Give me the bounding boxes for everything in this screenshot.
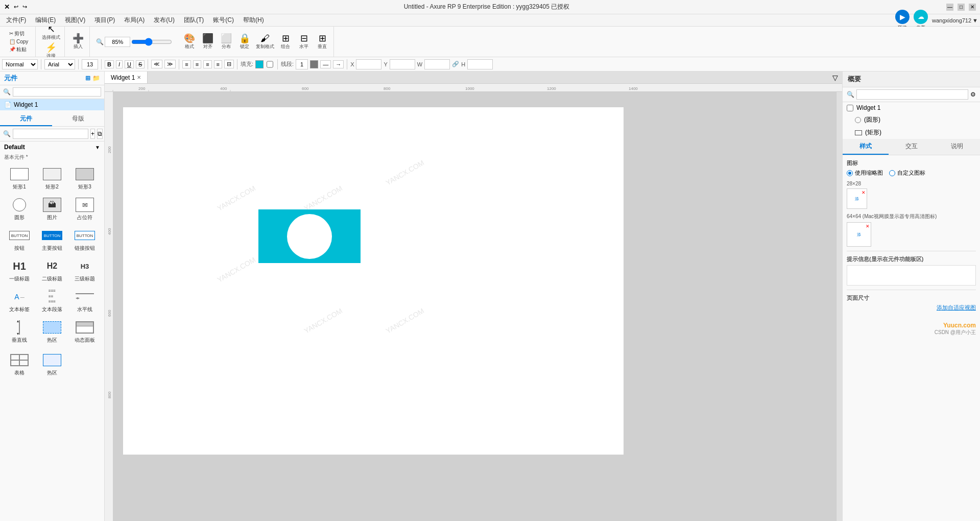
zoom-input[interactable] bbox=[105, 37, 130, 47]
widget-item-hotspot[interactable]: 热区 bbox=[37, 317, 67, 346]
widget-item-dynamic[interactable]: 动态面板 bbox=[69, 317, 100, 346]
widget-add-btn[interactable]: + bbox=[90, 129, 95, 139]
widget-search-input[interactable] bbox=[13, 129, 88, 139]
overview-circle-row[interactable]: (圆形) bbox=[843, 113, 980, 126]
pages-expand-icon[interactable]: ⊞ bbox=[85, 75, 90, 82]
w-input[interactable] bbox=[424, 59, 450, 69]
widget-item-textpara[interactable]: ≡≡≡≡≡≡≡≡ 文本段落 bbox=[37, 287, 67, 315]
add-adaptive-view-button[interactable]: 添加自适应视图 bbox=[847, 304, 976, 312]
widget-item-circle[interactable]: 圆形 bbox=[4, 195, 35, 223]
widget-item-placeholder[interactable]: ✉ 占位符 bbox=[69, 195, 100, 223]
widget-item-h1[interactable]: H1 一级标题 bbox=[4, 256, 35, 285]
default-dropdown-icon[interactable]: ▼ bbox=[95, 145, 100, 150]
overview-search-input[interactable] bbox=[856, 89, 968, 100]
lock-button[interactable]: 🔒 锁定 bbox=[236, 33, 253, 51]
icon-28-remove-icon[interactable]: ✕ bbox=[862, 190, 866, 195]
preview-button[interactable]: ▶ bbox=[895, 10, 910, 24]
widget-item-hr[interactable]: ◂▸ 水平线 bbox=[69, 287, 100, 315]
italic-button[interactable]: I bbox=[116, 60, 123, 68]
canvas-page[interactable] bbox=[123, 107, 624, 455]
align-right-button[interactable]: ≡ bbox=[203, 60, 211, 68]
group-button[interactable]: ⊞ 组合 bbox=[277, 33, 294, 51]
strikethrough-button[interactable]: S bbox=[136, 60, 145, 68]
use-thumb-option[interactable]: 使用缩略图 bbox=[847, 169, 883, 177]
style-dropdown[interactable]: Normal bbox=[2, 59, 38, 69]
underline-button[interactable]: U bbox=[125, 60, 134, 68]
insert-button[interactable]: ➕ 插入 bbox=[70, 33, 86, 51]
tab-widgets[interactable]: 元件 bbox=[0, 112, 52, 126]
font-size-input[interactable] bbox=[82, 59, 98, 69]
table-button[interactable]: ⊟ 水平 bbox=[296, 33, 312, 51]
stroke-width-input[interactable] bbox=[296, 59, 308, 69]
cut-button[interactable]: ✂剪切 bbox=[7, 30, 30, 38]
copy-button[interactable]: 📋Copy bbox=[7, 38, 30, 45]
canvas-expand-icon[interactable]: ▽ bbox=[832, 74, 838, 82]
font-family-dropdown[interactable]: Arial bbox=[44, 59, 75, 69]
indent-decrease-button[interactable]: ≪ bbox=[151, 60, 162, 68]
selection-mode-button[interactable]: ↖ 选择模式 bbox=[41, 23, 61, 42]
user-menu[interactable]: wangxidong712 ▼ bbox=[932, 17, 978, 23]
align-center-button[interactable]: ≡ bbox=[193, 60, 201, 68]
fill-color-swatch[interactable] bbox=[255, 60, 264, 68]
menu-file[interactable]: 文件(F) bbox=[2, 15, 30, 26]
widget-item-h2[interactable]: H2 二级标题 bbox=[37, 256, 67, 285]
menu-account[interactable]: 账号(C) bbox=[209, 15, 238, 26]
pages-search-input[interactable] bbox=[13, 87, 101, 97]
align-justify-button[interactable]: ≡ bbox=[214, 60, 222, 68]
bold-button[interactable]: B bbox=[105, 60, 114, 68]
y-input[interactable] bbox=[390, 59, 415, 69]
zoom-slider[interactable] bbox=[131, 38, 172, 46]
canvas-tab-widget1[interactable]: Widget 1 ✕ bbox=[105, 72, 148, 83]
custom-icon-option[interactable]: 自定义图标 bbox=[889, 169, 925, 177]
stroke-color-swatch[interactable] bbox=[310, 60, 318, 68]
stroke-style-button[interactable]: — bbox=[320, 60, 331, 68]
menu-team[interactable]: 团队(T) bbox=[180, 15, 208, 26]
tab-notes[interactable]: 说明 bbox=[934, 139, 980, 155]
h-input[interactable] bbox=[467, 59, 493, 69]
align-button[interactable]: ⬛ 对齐 bbox=[200, 33, 216, 51]
overview-rect-row[interactable]: (矩形) bbox=[843, 126, 980, 139]
paste-button[interactable]: 📌粘贴 bbox=[7, 45, 30, 54]
widget-item-rect3[interactable]: 矩形3 bbox=[69, 164, 100, 193]
widget1-checkbox[interactable] bbox=[847, 105, 853, 111]
menu-project[interactable]: 项目(P) bbox=[90, 15, 119, 26]
stroke-end-button[interactable]: → bbox=[333, 60, 344, 68]
fill-checkbox[interactable] bbox=[267, 59, 273, 69]
format-button[interactable]: 🎨 格式 bbox=[181, 33, 198, 51]
redo-btn[interactable]: ↪ bbox=[22, 4, 27, 10]
widget-item-table[interactable]: 表格 bbox=[4, 350, 35, 378]
menu-publish[interactable]: 发布(U) bbox=[150, 15, 179, 26]
tab-masters[interactable]: 母版 bbox=[52, 112, 104, 126]
distribute-button[interactable]: ⬜ 分布 bbox=[218, 33, 234, 51]
use-thumb-radio[interactable] bbox=[847, 170, 853, 176]
widget-item-secbutton[interactable]: BUTTON 链接按钮 bbox=[69, 225, 100, 254]
widget-copy-btn[interactable]: ⧉ bbox=[97, 129, 103, 139]
widget-item-mainbutton[interactable]: BUTTON 主要按钮 bbox=[37, 225, 67, 254]
x-input[interactable] bbox=[356, 59, 381, 69]
menu-view[interactable]: 视图(V) bbox=[61, 15, 89, 26]
icon-28-preview-box[interactable]: ✕ 添 bbox=[847, 188, 867, 209]
widget-item-grid[interactable]: 热区 bbox=[37, 350, 67, 378]
page-item-widget1[interactable]: 📄 Widget 1 bbox=[0, 99, 104, 110]
tab-style[interactable]: 样式 bbox=[843, 139, 889, 155]
widget-item-vertline[interactable]: ▴ ▾ 垂直线 bbox=[4, 317, 35, 346]
canvas-widget-container[interactable] bbox=[258, 209, 361, 263]
menu-help[interactable]: 帮助(H) bbox=[239, 15, 268, 26]
widget-item-image[interactable]: 🏔 图片 bbox=[37, 195, 67, 223]
indent-increase-button[interactable]: ≫ bbox=[164, 60, 176, 68]
widget-item-button[interactable]: BUTTON 按钮 bbox=[4, 225, 35, 254]
menu-layout[interactable]: 布局(A) bbox=[120, 15, 149, 26]
share-button[interactable]: ☁ bbox=[914, 10, 928, 24]
tab-interaction[interactable]: 交互 bbox=[889, 139, 935, 155]
icon-64-remove-icon[interactable]: ✕ bbox=[866, 224, 870, 229]
pages-folder-icon[interactable]: 📁 bbox=[92, 75, 100, 82]
hint-input-area[interactable] bbox=[847, 265, 976, 286]
widget-item-textlabel[interactable]: A — 文本标签 bbox=[4, 287, 35, 315]
icon-64-preview-box[interactable]: ✕ 添 bbox=[847, 222, 871, 247]
widget-item-rect1[interactable]: 矩形1 bbox=[4, 164, 35, 193]
overview-settings-icon[interactable]: ⚙ bbox=[970, 91, 976, 98]
canvas-tab-close-icon[interactable]: ✕ bbox=[137, 75, 141, 80]
copy-format-button[interactable]: 🖌 复制格式 bbox=[255, 33, 275, 51]
widget-item-h3[interactable]: H3 三级标题 bbox=[69, 256, 100, 285]
align-left-button[interactable]: ≡ bbox=[182, 60, 190, 68]
